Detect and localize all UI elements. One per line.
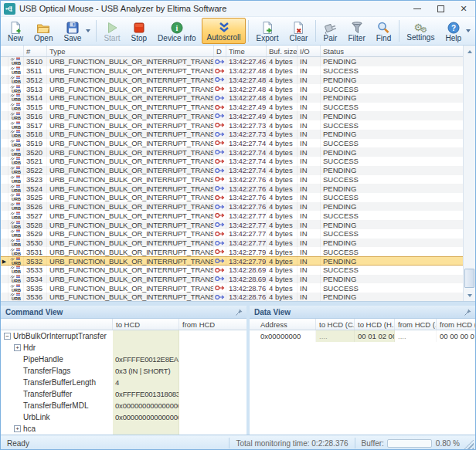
row-io: IN: [298, 157, 321, 166]
new-button[interactable]: New: [2, 18, 29, 44]
tree-row[interactable]: TransferFlags0x3 (IN | SHORT): [1, 365, 246, 377]
tree-row[interactable]: UrbLink0x0000000000000000: [1, 411, 246, 423]
table-row[interactable]: URB3530URB_FUNCTION_BULK_OR_INTERRUPT_TR…: [1, 239, 463, 248]
column-header-type[interactable]: Type: [47, 46, 214, 56]
data-view-body: 0x00000000....00 01 02 00....00 00 00 00: [250, 330, 475, 435]
data-column-from-hcd-chars[interactable]: from HCD (...: [395, 319, 437, 330]
table-row[interactable]: URB3516URB_FUNCTION_BULK_OR_INTERRUPT_TR…: [1, 111, 463, 120]
table-row[interactable]: URB3528URB_FUNCTION_BULK_OR_INTERRUPT_TR…: [1, 220, 463, 229]
table-row[interactable]: URB3514URB_FUNCTION_BULK_OR_INTERRUPT_TR…: [1, 93, 463, 103]
table-row[interactable]: URB3535URB_FUNCTION_BULK_OR_INTERRUPT_TR…: [1, 283, 463, 293]
tree-row[interactable]: TransferBufferMDL0x0000000000000000: [1, 400, 246, 411]
find-button[interactable]: Find: [371, 18, 396, 44]
tree-row[interactable]: +Hdr: [1, 342, 246, 354]
data-view-row[interactable]: 0x00000000....00 01 02 00....00 00 00 00: [250, 330, 475, 342]
pin-icon[interactable]: [235, 308, 243, 316]
save-dropdown-caret[interactable]: [87, 18, 94, 44]
data-from-hcd-chars: ....: [395, 330, 437, 342]
maximize-button[interactable]: [429, 1, 452, 17]
table-row[interactable]: URB3518URB_FUNCTION_BULK_OR_INTERRUPT_TR…: [1, 130, 463, 139]
direction-arrow-icon: [215, 204, 225, 210]
table-row[interactable]: URB3525URB_FUNCTION_BULK_OR_INTERRUPT_TR…: [1, 193, 463, 202]
row-bufsize: 4 bytes: [267, 111, 298, 120]
row-number: 3512: [24, 75, 47, 84]
urb-icon: URB: [9, 221, 22, 229]
data-column-to-hcd-hex[interactable]: to HCD (H...: [355, 319, 395, 330]
open-button[interactable]: Open: [29, 18, 58, 44]
scrollbar-thumb[interactable]: [464, 269, 474, 288]
table-row[interactable]: URB3513URB_FUNCTION_BULK_OR_INTERRUPT_TR…: [1, 84, 463, 93]
row-status: SUCCESS: [321, 229, 463, 239]
row-type: URB_FUNCTION_BULK_OR_INTERRUPT_TRANSFER: [47, 175, 214, 184]
table-row[interactable]: URB3521URB_FUNCTION_BULK_OR_INTERRUPT_TR…: [1, 157, 463, 166]
data-column-address[interactable]: Address: [250, 319, 316, 330]
table-row[interactable]: URB3512URB_FUNCTION_BULK_OR_INTERRUPT_TR…: [1, 75, 463, 84]
settings-button[interactable]: ⚙⚙ Settings: [401, 18, 440, 44]
urb-icon: URB: [9, 85, 22, 93]
tree-row[interactable]: TransferBufferLength4: [1, 377, 246, 388]
urb-icon: URB: [9, 93, 22, 102]
vertical-scrollbar[interactable]: [463, 46, 475, 301]
save-button[interactable]: Save: [58, 18, 87, 44]
expand-box-icon[interactable]: +: [14, 425, 21, 432]
table-row[interactable]: URB3523URB_FUNCTION_BULK_OR_INTERRUPT_TR…: [1, 175, 463, 184]
collapse-box-icon[interactable]: −: [4, 333, 11, 340]
tree-row[interactable]: +hca: [1, 423, 246, 435]
column-header-direction[interactable]: D: [214, 46, 226, 56]
row-number: 3521: [24, 157, 47, 166]
table-row[interactable]: URB3520URB_FUNCTION_BULK_OR_INTERRUPT_TR…: [1, 147, 463, 157]
help-button[interactable]: ? Help: [440, 18, 467, 44]
svg-text:URB: URB: [12, 97, 21, 102]
table-row[interactable]: URB3511URB_FUNCTION_BULK_OR_INTERRUPT_TR…: [1, 66, 463, 76]
start-button[interactable]: Start: [98, 18, 125, 44]
export-button[interactable]: Export: [251, 18, 284, 44]
table-row[interactable]: URB3510URB_FUNCTION_BULK_OR_INTERRUPT_TR…: [1, 57, 463, 66]
scroll-up-arrow-icon[interactable]: [464, 46, 476, 57]
table-row[interactable]: URB3524URB_FUNCTION_BULK_OR_INTERRUPT_TR…: [1, 184, 463, 193]
tree-row[interactable]: TransferBuffer0xFFFFE00131808360: [1, 388, 246, 400]
command-column-from-hcd[interactable]: from HCD: [179, 319, 246, 330]
row-io: IN: [298, 283, 321, 293]
table-row[interactable]: URB3533URB_FUNCTION_BULK_OR_INTERRUPT_TR…: [1, 266, 463, 275]
stop-button[interactable]: Stop: [126, 18, 153, 44]
tree-row[interactable]: PipeHandle0xFFFFE0012E8EA118: [1, 354, 246, 365]
pin-icon[interactable]: [464, 308, 472, 316]
table-row[interactable]: URB3526URB_FUNCTION_BULK_OR_INTERRUPT_TR…: [1, 202, 463, 211]
table-row[interactable]: URB3522URB_FUNCTION_BULK_OR_INTERRUPT_TR…: [1, 166, 463, 175]
column-header-num[interactable]: #: [24, 46, 47, 56]
column-header-time[interactable]: Time: [226, 46, 267, 56]
device-info-button[interactable]: i Device info: [152, 18, 201, 44]
autoscroll-button[interactable]: Autoscroll: [202, 18, 246, 44]
column-header-status[interactable]: Status: [321, 46, 463, 56]
table-row[interactable]: URB3527URB_FUNCTION_BULK_OR_INTERRUPT_TR…: [1, 211, 463, 220]
table-row[interactable]: URB3515URB_FUNCTION_BULK_OR_INTERRUPT_TR…: [1, 103, 463, 112]
filter-button[interactable]: Filter: [343, 18, 371, 44]
command-column-to-hcd[interactable]: to HCD: [113, 319, 179, 330]
close-button[interactable]: ✕: [452, 1, 475, 17]
table-row[interactable]: URB3517URB_FUNCTION_BULK_OR_INTERRUPT_TR…: [1, 120, 463, 130]
tree-row[interactable]: −UrbBulkOrInterruptTransfer: [1, 330, 246, 342]
column-header-icon[interactable]: [1, 46, 24, 56]
scroll-down-arrow-icon[interactable]: [464, 289, 476, 301]
clear-button[interactable]: Clear: [284, 18, 313, 44]
table-row[interactable]: URB3534URB_FUNCTION_BULK_OR_INTERRUPT_TR…: [1, 275, 463, 284]
table-row[interactable]: URB3529URB_FUNCTION_BULK_OR_INTERRUPT_TR…: [1, 229, 463, 239]
row-time: 13:42:27.792: [226, 256, 267, 266]
table-row[interactable]: URB3519URB_FUNCTION_BULK_OR_INTERRUPT_TR…: [1, 139, 463, 148]
data-column-to-hcd-chars[interactable]: to HCD (C...: [316, 319, 355, 330]
table-row[interactable]: URB3536URB_FUNCTION_BULK_OR_INTERRUPT_TR…: [1, 293, 463, 301]
status-ready: Ready: [1, 439, 229, 448]
row-time: 13:42:27.792: [226, 247, 267, 256]
column-header-bufsize[interactable]: Buf. size: [267, 46, 298, 56]
table-row[interactable]: ▶ URB3532URB_FUNCTION_BULK_OR_INTERRUPT_…: [1, 256, 463, 266]
resize-grip[interactable]: [464, 440, 474, 450]
column-header-io[interactable]: I/O: [298, 46, 321, 56]
expand-box-icon[interactable]: +: [14, 344, 21, 351]
svg-text:URB: URB: [12, 242, 21, 247]
toolbar-overflow-caret[interactable]: [467, 18, 474, 44]
table-row[interactable]: URB3531URB_FUNCTION_BULK_OR_INTERRUPT_TR…: [1, 247, 463, 256]
minimize-button[interactable]: [406, 1, 429, 17]
pair-button[interactable]: Pair: [318, 18, 343, 44]
data-column-from-hcd-hex[interactable]: from HCD (...: [437, 319, 475, 330]
row-type: URB_FUNCTION_BULK_OR_INTERRUPT_TRANSFER: [47, 184, 214, 193]
